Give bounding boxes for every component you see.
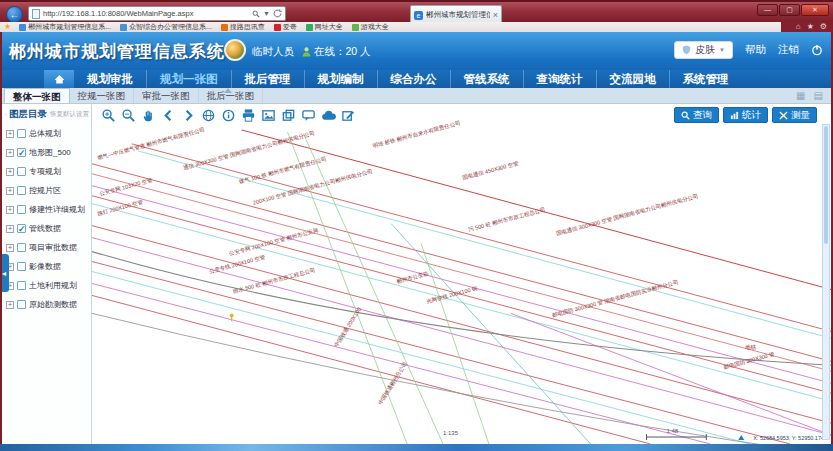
- grid-view-icon[interactable]: ▦: [796, 90, 805, 102]
- favorite-link[interactable]: 爱奇: [274, 22, 297, 32]
- layer-tree-item[interactable]: +修建性详细规划: [2, 200, 91, 219]
- close-button[interactable]: ✕: [801, 4, 829, 16]
- layer-tree-item[interactable]: +总体规划: [2, 124, 91, 143]
- menu-item-7[interactable]: 交流园地: [597, 70, 670, 88]
- print-icon[interactable]: [240, 107, 256, 123]
- caret-down-icon[interactable]: ▼: [263, 10, 270, 17]
- map-text-label: 路灯 200X100 空管: [97, 199, 144, 218]
- avatar[interactable]: [224, 39, 246, 61]
- layer-checkbox[interactable]: [17, 129, 26, 138]
- expand-icon[interactable]: +: [6, 168, 14, 176]
- logout-link[interactable]: 注销: [778, 43, 799, 57]
- layer-checkbox[interactable]: ✓: [17, 148, 26, 157]
- app-header: 郴州城市规划管理信息系统 临时人员 ▼ 在线：20 人 皮肤 ▼ 帮助 注销: [2, 32, 831, 70]
- previous-icon[interactable]: [160, 107, 176, 123]
- expand-icon[interactable]: +: [6, 149, 14, 157]
- expand-icon[interactable]: +: [6, 244, 14, 252]
- map-scrollbar[interactable]: [822, 124, 830, 440]
- favorite-link[interactable]: 网址大全: [306, 22, 343, 32]
- expand-icon[interactable]: +: [6, 187, 14, 195]
- layer-tree-item[interactable]: +土地利用规划: [2, 276, 91, 295]
- back-button[interactable]: ←: [6, 6, 23, 23]
- layer-checkbox[interactable]: [17, 243, 26, 252]
- tooltip-query-icon[interactable]: [300, 107, 316, 123]
- layer-checkbox[interactable]: [17, 186, 26, 195]
- layer-tree-item[interactable]: +影像数据: [2, 257, 91, 276]
- measure-button[interactable]: 测量: [772, 107, 817, 123]
- bar-chart-icon: [730, 111, 739, 120]
- subtab-1[interactable]: 控规一张图: [70, 88, 135, 103]
- power-button[interactable]: [811, 44, 823, 56]
- expand-icon[interactable]: +: [6, 225, 14, 233]
- layer-checkbox[interactable]: [17, 300, 26, 309]
- favicon-icon: [19, 24, 26, 31]
- help-link[interactable]: 帮助: [745, 43, 766, 57]
- menu-item-8[interactable]: 系统管理: [670, 70, 742, 88]
- url-input[interactable]: [43, 9, 249, 18]
- expand-icon[interactable]: +: [6, 206, 14, 214]
- scrollbar-thumb[interactable]: [824, 126, 828, 244]
- gear-icon[interactable]: ⚙: [820, 23, 827, 31]
- pan-icon[interactable]: [140, 107, 156, 123]
- identify-icon[interactable]: [220, 107, 236, 123]
- maximize-button[interactable]: ▢: [779, 4, 800, 16]
- favorite-link[interactable]: 郴州城市规划管理信息系...: [19, 22, 111, 32]
- header-actions: 皮肤 ▼ 帮助 注销: [674, 41, 823, 59]
- menu-item-0[interactable]: 规划审批: [74, 70, 147, 88]
- full-extent-icon[interactable]: [200, 107, 216, 123]
- favorite-link[interactable]: 游戏大全: [352, 22, 389, 32]
- edit-icon[interactable]: [340, 107, 356, 123]
- layer-tree-item[interactable]: +原始勘测数据: [2, 295, 91, 314]
- home-icon[interactable]: ⌂: [796, 23, 801, 31]
- restore-default-link[interactable]: 恢复默认设置: [50, 110, 89, 119]
- zoom-out-icon[interactable]: [120, 107, 136, 123]
- layer-checkbox[interactable]: [17, 167, 26, 176]
- expand-icon[interactable]: +: [6, 130, 14, 138]
- home-button[interactable]: [44, 70, 74, 88]
- overlay-icon[interactable]: [280, 107, 296, 123]
- menu-item-4[interactable]: 综合办公: [378, 70, 451, 88]
- map-canvas[interactable]: 明培 桥铁 郴州市自来水有限责任公司燃气—中压燃气管道 郴州市燃气有限责任公司通…: [92, 104, 831, 444]
- layer-tree-item[interactable]: +✓管线数据: [2, 219, 91, 238]
- skin-button[interactable]: 皮肤 ▼: [674, 41, 733, 59]
- shield-icon: [682, 45, 691, 55]
- window-controls: — ▢ ✕: [757, 4, 829, 16]
- layer-tree-item[interactable]: +项目审批数据: [2, 238, 91, 257]
- menu-item-3[interactable]: 规划编制: [305, 70, 378, 88]
- browser-titlebar: ← ▼ e 郴州城市规划管理信息系统 × — ▢ ✕: [0, 0, 833, 22]
- menu-item-2[interactable]: 批后管理: [232, 70, 305, 88]
- expand-icon[interactable]: +: [6, 301, 14, 309]
- upload-icon[interactable]: [320, 107, 336, 123]
- menu-item-5[interactable]: 管线系统: [451, 70, 524, 88]
- refresh-icon[interactable]: [273, 9, 282, 18]
- windows-taskbar[interactable]: [0, 444, 833, 451]
- layer-tree-item[interactable]: +控规片区: [2, 181, 91, 200]
- list-view-icon[interactable]: ▤: [814, 90, 823, 102]
- subtab-bar: 整体一张图控规一张图审批一张图批后一张图 ▦ ▤: [2, 88, 831, 104]
- next-icon[interactable]: [180, 107, 196, 123]
- layer-tree-item[interactable]: +专项规划: [2, 162, 91, 181]
- tab-close-icon[interactable]: ×: [493, 10, 498, 20]
- export-image-icon[interactable]: [260, 107, 276, 123]
- zoom-in-icon[interactable]: [100, 107, 116, 123]
- layer-checkbox[interactable]: ✓: [17, 224, 26, 233]
- favorites-star-icon[interactable]: ★: [4, 23, 11, 31]
- favorites-icon[interactable]: ★: [807, 23, 814, 31]
- statistics-button[interactable]: 统计: [723, 107, 768, 123]
- minimize-button[interactable]: —: [757, 4, 778, 16]
- subtab-0[interactable]: 整体一张图: [4, 88, 70, 103]
- favorite-link[interactable]: 众智综合办公管理信息系...: [120, 22, 212, 32]
- favorite-link[interactable]: 搜路思讯查: [221, 22, 265, 32]
- menu-item-6[interactable]: 查询统计: [524, 70, 597, 88]
- layer-tree-item[interactable]: +✓地形图_500: [2, 143, 91, 162]
- address-bar[interactable]: ▼: [28, 6, 286, 21]
- layer-checkbox[interactable]: [17, 262, 26, 271]
- layer-checkbox[interactable]: [17, 205, 26, 214]
- layer-checkbox[interactable]: [17, 281, 26, 290]
- query-button[interactable]: 查询: [674, 107, 719, 123]
- subtab-2[interactable]: 审批一张图: [134, 88, 199, 103]
- favorite-label: 搜路思讯查: [230, 22, 265, 32]
- menu-item-1[interactable]: 规划一张图: [147, 70, 232, 88]
- search-icon[interactable]: [252, 10, 260, 18]
- chevron-down-icon[interactable]: ▼: [285, 47, 291, 53]
